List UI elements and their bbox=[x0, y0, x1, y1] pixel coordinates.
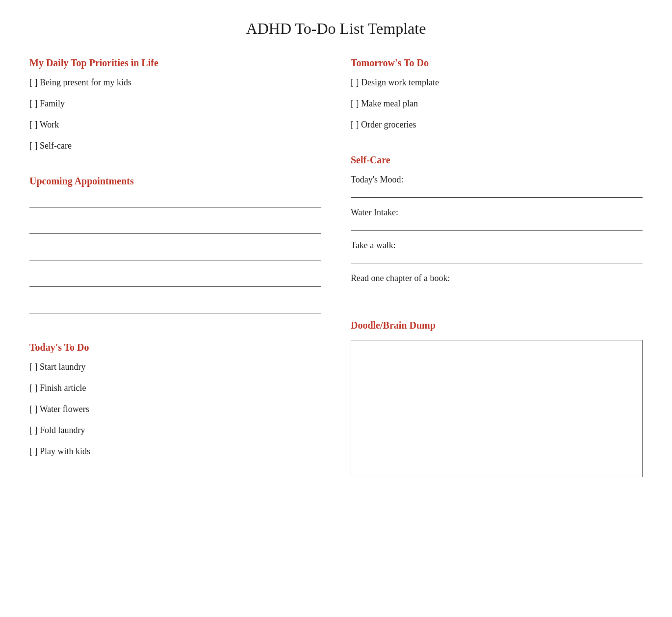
today-todo-item-4: [ ] Fold laundry bbox=[29, 425, 321, 436]
doodle-area[interactable] bbox=[351, 340, 643, 477]
read-field-row: Read one chapter of a book: bbox=[351, 273, 643, 296]
tomorrow-todo-list: [ ] Design work template [ ] Make meal p… bbox=[351, 77, 643, 130]
priority-item-1: [ ] Being present for my kids bbox=[29, 77, 321, 88]
page-title: ADHD To-Do List Template bbox=[29, 20, 643, 38]
tomorrow-item-1: [ ] Design work template bbox=[351, 77, 643, 88]
mood-label: Today's Mood: bbox=[351, 175, 403, 184]
appointment-input-5[interactable] bbox=[29, 302, 321, 313]
mood-field-row: Today's Mood: bbox=[351, 175, 643, 198]
water-input[interactable] bbox=[351, 219, 643, 231]
appointment-input-4[interactable] bbox=[29, 275, 321, 287]
today-todo-heading: Today's To Do bbox=[29, 342, 321, 353]
left-column: My Daily Top Priorities in Life [ ] Bein… bbox=[29, 57, 321, 491]
today-todo-item-1: [ ] Start laundry bbox=[29, 362, 321, 372]
appointment-input-2[interactable] bbox=[29, 222, 321, 234]
walk-field-row: Take a walk: bbox=[351, 240, 643, 263]
appointments-section: Upcoming Appointments bbox=[29, 176, 321, 328]
selfcare-heading: Self-Care bbox=[351, 154, 643, 166]
priority-item-3: [ ] Work bbox=[29, 120, 321, 130]
tomorrow-section: Tomorrow's To Do [ ] Design work templat… bbox=[351, 57, 643, 141]
today-todo-item-2: [ ] Finish article bbox=[29, 383, 321, 393]
tomorrow-item-3: [ ] Order groceries bbox=[351, 120, 643, 130]
appointment-input-1[interactable] bbox=[29, 196, 321, 207]
doodle-section: Doodle/Brain Dump bbox=[351, 320, 643, 477]
today-todo-item-3: [ ] Water flowers bbox=[29, 404, 321, 414]
read-label: Read one chapter of a book: bbox=[351, 273, 450, 283]
priorities-list: [ ] Being present for my kids [ ] Family… bbox=[29, 77, 321, 151]
water-field-row: Water Intake: bbox=[351, 207, 643, 231]
doodle-heading: Doodle/Brain Dump bbox=[351, 320, 643, 331]
mood-input[interactable] bbox=[351, 186, 643, 198]
walk-label: Take a walk: bbox=[351, 240, 396, 250]
water-label: Water Intake: bbox=[351, 207, 398, 217]
priorities-heading: My Daily Top Priorities in Life bbox=[29, 57, 321, 69]
read-input[interactable] bbox=[351, 284, 643, 296]
priority-item-4: [ ] Self-care bbox=[29, 141, 321, 151]
appointments-heading: Upcoming Appointments bbox=[29, 176, 321, 187]
right-column: Tomorrow's To Do [ ] Design work templat… bbox=[351, 57, 643, 491]
walk-input[interactable] bbox=[351, 252, 643, 263]
priorities-section: My Daily Top Priorities in Life [ ] Bein… bbox=[29, 57, 321, 162]
tomorrow-heading: Tomorrow's To Do bbox=[351, 57, 643, 69]
tomorrow-item-2: [ ] Make meal plan bbox=[351, 99, 643, 109]
priority-item-2: [ ] Family bbox=[29, 99, 321, 109]
today-todo-item-5: [ ] Play with kids bbox=[29, 446, 321, 457]
appointment-input-3[interactable] bbox=[29, 249, 321, 260]
today-todo-section: Today's To Do [ ] Start laundry [ ] Fini… bbox=[29, 342, 321, 467]
selfcare-section: Self-Care Today's Mood: Water Intake: Ta… bbox=[351, 154, 643, 306]
today-todo-list: [ ] Start laundry [ ] Finish article [ ]… bbox=[29, 362, 321, 457]
appointments-lines bbox=[29, 196, 321, 313]
